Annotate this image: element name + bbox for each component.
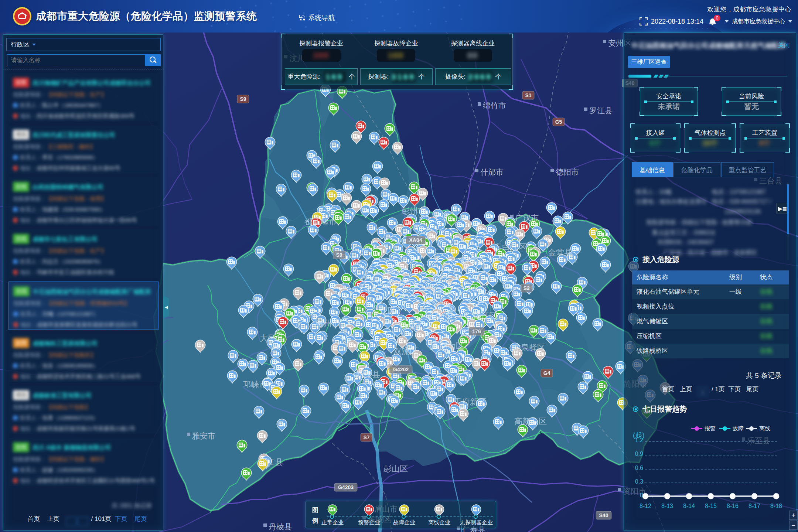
svg-text:高新西区: 高新西区 bbox=[385, 280, 418, 289]
svg-text:武侯区: 武侯区 bbox=[399, 321, 423, 330]
svg-text:彭州市: 彭州市 bbox=[402, 206, 426, 215]
svg-text:崇州市: 崇州市 bbox=[316, 319, 340, 328]
svg-text:176: 176 bbox=[472, 328, 481, 334]
svg-text:丹棱县: 丹棱县 bbox=[269, 522, 292, 531]
svg-text:XA04: XA04 bbox=[409, 237, 422, 243]
svg-text:温江区: 温江区 bbox=[371, 306, 396, 316]
svg-text:龙泉驿区: 龙泉驿区 bbox=[513, 343, 545, 352]
svg-text:雅安市: 雅安市 bbox=[192, 432, 215, 440]
svg-text:G4203: G4203 bbox=[338, 484, 354, 490]
svg-text:成华区: 成华区 bbox=[464, 284, 488, 294]
svg-text:德阳市: 德阳市 bbox=[556, 168, 579, 176]
svg-text:S7: S7 bbox=[363, 434, 369, 440]
svg-text:S9: S9 bbox=[336, 252, 342, 258]
svg-text:S9: S9 bbox=[240, 96, 246, 102]
svg-text:高新南区: 高新南区 bbox=[432, 341, 464, 350]
svg-text:G5: G5 bbox=[555, 119, 562, 125]
svg-text:G4: G4 bbox=[543, 370, 550, 376]
svg-text:天府新区: 天府新区 bbox=[454, 397, 486, 406]
svg-text:G4202: G4202 bbox=[393, 366, 409, 372]
svg-text:青羊区: 青羊区 bbox=[429, 286, 453, 296]
svg-text:双流区: 双流区 bbox=[393, 347, 418, 356]
svg-text:大邑县: 大邑县 bbox=[260, 334, 284, 343]
svg-text:都江堰市: 都江堰市 bbox=[304, 217, 337, 226]
svg-text:郫都区: 郫都区 bbox=[382, 267, 406, 276]
svg-text:新都区: 新都区 bbox=[461, 256, 485, 265]
svg-text:S40: S40 bbox=[599, 512, 608, 518]
svg-text:绵竹市: 绵竹市 bbox=[483, 101, 506, 110]
svg-text:广汉市: 广汉市 bbox=[515, 214, 539, 222]
svg-text:金堂县: 金堂县 bbox=[548, 248, 572, 257]
svg-text:成都市: 成都市 bbox=[425, 309, 454, 320]
svg-text:S2: S2 bbox=[523, 285, 529, 291]
svg-text:罗江县: 罗江县 bbox=[589, 106, 613, 115]
svg-text:什邡市: 什邡市 bbox=[480, 168, 504, 176]
svg-text:彭山区: 彭山区 bbox=[383, 464, 408, 473]
svg-text:S1: S1 bbox=[525, 92, 531, 98]
svg-text:锦江区: 锦江区 bbox=[473, 311, 497, 320]
svg-text:高新东区: 高新东区 bbox=[514, 417, 547, 426]
svg-text:蒲江县: 蒲江县 bbox=[259, 457, 283, 467]
svg-text:青白江区: 青白江区 bbox=[494, 242, 526, 252]
svg-text:新津县: 新津县 bbox=[356, 370, 380, 379]
svg-text:邛崃市: 邛崃市 bbox=[243, 380, 267, 389]
